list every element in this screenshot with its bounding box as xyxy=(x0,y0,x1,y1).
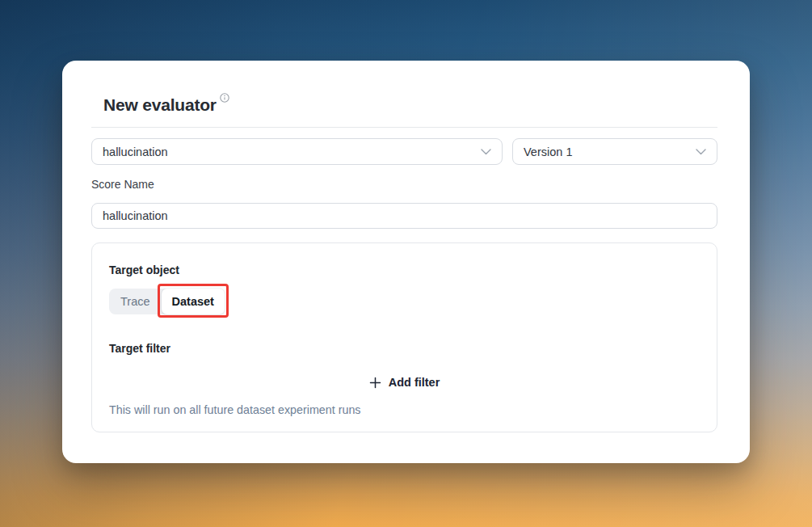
target-object-segmented-control: Trace Dataset xyxy=(109,289,225,314)
add-filter-label: Add filter xyxy=(389,376,440,389)
new-evaluator-modal: New evaluator hallucination Version 1 xyxy=(62,61,750,463)
evaluator-version-row: hallucination Version 1 xyxy=(91,138,717,165)
target-option-trace[interactable]: Trace xyxy=(109,289,162,314)
info-icon[interactable] xyxy=(220,93,229,103)
target-filter-label: Target filter xyxy=(109,343,700,354)
target-helper-text: This will run on all future dataset expe… xyxy=(109,403,700,417)
target-section: Target object Trace Dataset Target filte… xyxy=(91,242,717,432)
page-title: New evaluator xyxy=(103,95,217,115)
add-filter-button[interactable]: Add filter xyxy=(364,374,445,390)
chevron-down-icon xyxy=(481,149,491,155)
target-option-dataset-wrap: Dataset xyxy=(162,289,225,314)
target-option-dataset[interactable]: Dataset xyxy=(162,289,225,314)
modal-header: New evaluator xyxy=(103,95,717,115)
target-object-label: Target object xyxy=(109,264,700,276)
evaluator-select[interactable]: hallucination xyxy=(91,138,503,165)
version-select-value: Version 1 xyxy=(524,145,688,158)
score-name-label: Score Name xyxy=(91,179,717,191)
score-name-input[interactable] xyxy=(91,203,717,229)
version-select[interactable]: Version 1 xyxy=(512,138,717,165)
chevron-down-icon xyxy=(696,149,706,155)
plus-icon xyxy=(369,377,381,389)
header-divider xyxy=(91,127,717,128)
add-filter-row: Add filter xyxy=(109,374,700,390)
evaluator-select-value: hallucination xyxy=(103,145,473,158)
